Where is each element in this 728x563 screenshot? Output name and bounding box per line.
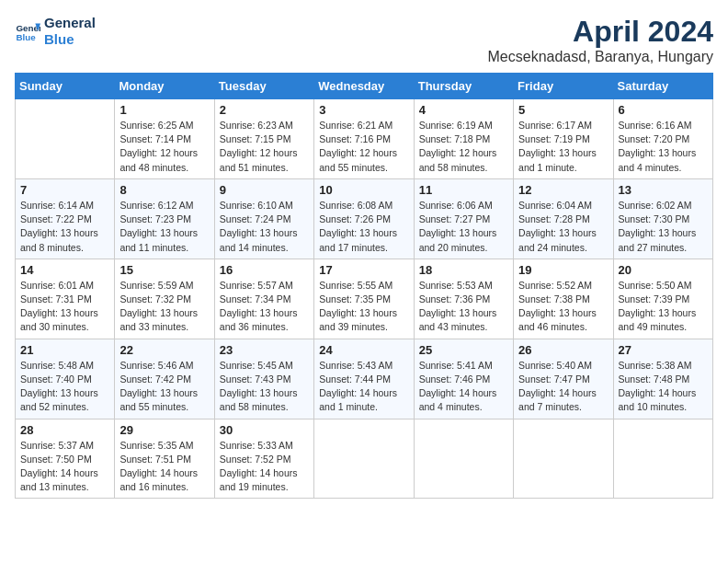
calendar-cell	[314, 419, 414, 499]
calendar-cell: 16Sunrise: 5:57 AM Sunset: 7:34 PM Dayli…	[214, 259, 313, 339]
day-info: Sunrise: 5:43 AM Sunset: 7:44 PM Dayligh…	[319, 359, 408, 415]
day-number: 10	[319, 183, 408, 197]
day-info: Sunrise: 5:45 AM Sunset: 7:43 PM Dayligh…	[220, 359, 309, 415]
day-number: 24	[319, 343, 408, 357]
day-info: Sunrise: 5:59 AM Sunset: 7:32 PM Dayligh…	[119, 279, 209, 335]
day-number: 4	[419, 103, 508, 117]
logo-icon: General Blue	[15, 18, 40, 44]
calendar-cell	[514, 419, 613, 499]
day-number: 22	[119, 343, 209, 357]
day-number: 13	[619, 183, 708, 197]
day-number: 26	[518, 343, 608, 357]
day-info: Sunrise: 6:01 AM Sunset: 7:31 PM Dayligh…	[20, 279, 109, 335]
weekday-header-tuesday: Tuesday	[214, 74, 313, 99]
logo-blue: Blue	[44, 31, 96, 48]
day-number: 19	[518, 263, 608, 277]
calendar-cell: 29Sunrise: 5:35 AM Sunset: 7:51 PM Dayli…	[115, 419, 214, 499]
day-number: 27	[619, 343, 708, 357]
header-row: SundayMondayTuesdayWednesdayThursdayFrid…	[16, 74, 713, 99]
day-info: Sunrise: 6:16 AM Sunset: 7:20 PM Dayligh…	[619, 119, 708, 175]
week-row-2: 7Sunrise: 6:14 AM Sunset: 7:22 PM Daylig…	[16, 178, 713, 259]
day-number: 15	[119, 263, 209, 277]
calendar-cell	[16, 99, 115, 179]
calendar-cell: 21Sunrise: 5:48 AM Sunset: 7:40 PM Dayli…	[16, 339, 115, 419]
day-info: Sunrise: 5:53 AM Sunset: 7:36 PM Dayligh…	[419, 279, 508, 335]
day-number: 16	[220, 263, 309, 277]
day-info: Sunrise: 5:48 AM Sunset: 7:40 PM Dayligh…	[20, 359, 109, 415]
day-info: Sunrise: 5:35 AM Sunset: 7:51 PM Dayligh…	[119, 439, 209, 495]
calendar-cell: 26Sunrise: 5:40 AM Sunset: 7:47 PM Dayli…	[514, 339, 613, 419]
calendar-cell	[414, 419, 513, 499]
calendar-cell: 17Sunrise: 5:55 AM Sunset: 7:35 PM Dayli…	[314, 259, 414, 339]
calendar-cell: 30Sunrise: 5:33 AM Sunset: 7:52 PM Dayli…	[214, 419, 313, 499]
logo: General Blue General Blue	[15, 15, 96, 48]
calendar-cell: 13Sunrise: 6:02 AM Sunset: 7:30 PM Dayli…	[613, 178, 712, 259]
day-number: 18	[419, 263, 508, 277]
calendar-cell: 4Sunrise: 6:19 AM Sunset: 7:18 PM Daylig…	[414, 99, 513, 179]
calendar-cell: 9Sunrise: 6:10 AM Sunset: 7:24 PM Daylig…	[214, 178, 313, 259]
calendar-cell: 6Sunrise: 6:16 AM Sunset: 7:20 PM Daylig…	[613, 99, 712, 179]
day-number: 9	[220, 183, 309, 197]
day-info: Sunrise: 6:04 AM Sunset: 7:28 PM Dayligh…	[518, 199, 608, 255]
svg-text:Blue: Blue	[16, 32, 36, 42]
day-number: 14	[20, 263, 109, 277]
day-number: 1	[119, 103, 209, 117]
day-number: 3	[319, 103, 408, 117]
day-info: Sunrise: 6:02 AM Sunset: 7:30 PM Dayligh…	[619, 199, 708, 255]
weekday-header-friday: Friday	[514, 74, 613, 99]
calendar-cell: 14Sunrise: 6:01 AM Sunset: 7:31 PM Dayli…	[16, 259, 115, 339]
calendar-cell: 8Sunrise: 6:12 AM Sunset: 7:23 PM Daylig…	[115, 178, 214, 259]
day-info: Sunrise: 5:38 AM Sunset: 7:48 PM Dayligh…	[619, 359, 708, 415]
logo-general: General	[44, 15, 96, 31]
day-info: Sunrise: 6:06 AM Sunset: 7:27 PM Dayligh…	[419, 199, 508, 255]
day-number: 29	[119, 423, 209, 437]
page-header: General Blue General Blue April 2024 Mec…	[15, 15, 713, 65]
day-info: Sunrise: 5:57 AM Sunset: 7:34 PM Dayligh…	[220, 279, 309, 335]
day-number: 12	[518, 183, 608, 197]
calendar-cell: 10Sunrise: 6:08 AM Sunset: 7:26 PM Dayli…	[314, 178, 414, 259]
day-number: 5	[518, 103, 608, 117]
calendar-cell: 7Sunrise: 6:14 AM Sunset: 7:22 PM Daylig…	[16, 178, 115, 259]
calendar-cell: 22Sunrise: 5:46 AM Sunset: 7:42 PM Dayli…	[115, 339, 214, 419]
day-info: Sunrise: 5:46 AM Sunset: 7:42 PM Dayligh…	[119, 359, 209, 415]
title-area: April 2024 Mecseknadasd, Baranya, Hungar…	[488, 15, 713, 65]
day-info: Sunrise: 5:55 AM Sunset: 7:35 PM Dayligh…	[319, 279, 408, 335]
weekday-header-sunday: Sunday	[16, 74, 115, 99]
day-info: Sunrise: 5:52 AM Sunset: 7:38 PM Dayligh…	[518, 279, 608, 335]
calendar-cell: 19Sunrise: 5:52 AM Sunset: 7:38 PM Dayli…	[514, 259, 613, 339]
day-number: 21	[20, 343, 109, 357]
calendar-cell: 25Sunrise: 5:41 AM Sunset: 7:46 PM Dayli…	[414, 339, 513, 419]
week-row-1: 1Sunrise: 6:25 AM Sunset: 7:14 PM Daylig…	[16, 99, 713, 179]
weekday-header-wednesday: Wednesday	[314, 74, 414, 99]
day-info: Sunrise: 6:23 AM Sunset: 7:15 PM Dayligh…	[220, 119, 309, 175]
weekday-header-monday: Monday	[115, 74, 214, 99]
calendar-cell: 1Sunrise: 6:25 AM Sunset: 7:14 PM Daylig…	[115, 99, 214, 179]
day-info: Sunrise: 6:17 AM Sunset: 7:19 PM Dayligh…	[518, 119, 608, 175]
day-info: Sunrise: 6:12 AM Sunset: 7:23 PM Dayligh…	[119, 199, 209, 255]
week-row-5: 28Sunrise: 5:37 AM Sunset: 7:50 PM Dayli…	[16, 419, 713, 499]
weekday-header-saturday: Saturday	[613, 74, 712, 99]
location-title: Mecseknadasd, Baranya, Hungary	[488, 49, 713, 65]
weekday-header-thursday: Thursday	[414, 74, 513, 99]
day-info: Sunrise: 6:10 AM Sunset: 7:24 PM Dayligh…	[220, 199, 309, 255]
calendar-cell	[613, 419, 712, 499]
calendar-cell: 20Sunrise: 5:50 AM Sunset: 7:39 PM Dayli…	[613, 259, 712, 339]
day-number: 17	[319, 263, 408, 277]
day-info: Sunrise: 6:19 AM Sunset: 7:18 PM Dayligh…	[419, 119, 508, 175]
calendar-cell: 18Sunrise: 5:53 AM Sunset: 7:36 PM Dayli…	[414, 259, 513, 339]
day-info: Sunrise: 5:40 AM Sunset: 7:47 PM Dayligh…	[518, 359, 608, 415]
calendar-cell: 2Sunrise: 6:23 AM Sunset: 7:15 PM Daylig…	[214, 99, 313, 179]
calendar-cell: 5Sunrise: 6:17 AM Sunset: 7:19 PM Daylig…	[514, 99, 613, 179]
day-number: 25	[419, 343, 508, 357]
day-number: 30	[220, 423, 309, 437]
calendar-cell: 12Sunrise: 6:04 AM Sunset: 7:28 PM Dayli…	[514, 178, 613, 259]
calendar-cell: 11Sunrise: 6:06 AM Sunset: 7:27 PM Dayli…	[414, 178, 513, 259]
day-number: 11	[419, 183, 508, 197]
day-info: Sunrise: 5:37 AM Sunset: 7:50 PM Dayligh…	[20, 439, 109, 495]
day-info: Sunrise: 6:14 AM Sunset: 7:22 PM Dayligh…	[20, 199, 109, 255]
day-info: Sunrise: 6:08 AM Sunset: 7:26 PM Dayligh…	[319, 199, 408, 255]
day-number: 23	[220, 343, 309, 357]
day-info: Sunrise: 6:21 AM Sunset: 7:16 PM Dayligh…	[319, 119, 408, 175]
month-title: April 2024	[488, 15, 713, 49]
calendar-cell: 15Sunrise: 5:59 AM Sunset: 7:32 PM Dayli…	[115, 259, 214, 339]
